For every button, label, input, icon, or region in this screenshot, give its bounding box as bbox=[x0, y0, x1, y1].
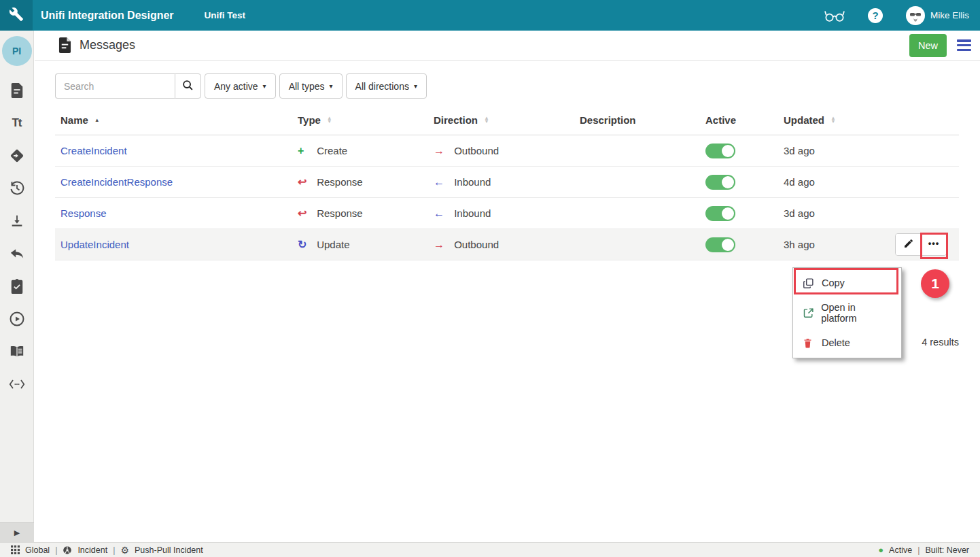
message-link[interactable]: Response bbox=[60, 207, 107, 219]
code-icon[interactable] bbox=[9, 376, 25, 392]
active-filter-dropdown[interactable]: Any active ▾ bbox=[205, 73, 276, 99]
copy-icon bbox=[803, 277, 822, 289]
active-toggle[interactable] bbox=[705, 206, 735, 221]
trash-icon bbox=[803, 337, 822, 349]
help-icon[interactable]: ? bbox=[868, 8, 883, 23]
column-header-active: Active bbox=[705, 114, 784, 126]
wrench-icon bbox=[9, 7, 24, 24]
messages-table: Name ▲ Type ▲▼ Direction ▲▼ Description … bbox=[55, 105, 959, 260]
direction-label: Inbound bbox=[454, 207, 491, 219]
column-header-description: Description bbox=[580, 114, 705, 126]
play-icon[interactable] bbox=[9, 311, 25, 327]
gear-icon: ⚙ bbox=[120, 545, 129, 556]
message-link[interactable]: CreateIncidentResponse bbox=[60, 176, 173, 188]
column-header-name[interactable]: Name ▲ bbox=[55, 114, 298, 126]
user-name[interactable]: Mike Ellis bbox=[930, 10, 969, 20]
documentation-icon[interactable] bbox=[9, 343, 25, 360]
integration-label[interactable]: Push-Pull Incident bbox=[135, 545, 203, 555]
response-icon: ↩ bbox=[298, 175, 314, 188]
messages-page-icon bbox=[58, 37, 71, 53]
search-input[interactable] bbox=[55, 73, 175, 99]
menu-item-open-in-platform[interactable]: Open in platform bbox=[793, 298, 901, 328]
outbound-arrow-icon: → bbox=[434, 239, 451, 251]
active-toggle[interactable] bbox=[705, 237, 735, 252]
message-link[interactable]: CreateIncident bbox=[60, 145, 127, 156]
menu-item-copy[interactable]: Copy bbox=[793, 268, 901, 298]
menu-item-delete[interactable]: Delete bbox=[793, 328, 901, 358]
chevron-down-icon: ▾ bbox=[263, 82, 266, 90]
search-button[interactable] bbox=[175, 73, 201, 99]
inbound-arrow-icon: ← bbox=[434, 176, 451, 188]
outbound-arrow-icon: → bbox=[434, 145, 451, 157]
download-icon[interactable] bbox=[9, 213, 25, 229]
built-label: Built: Never bbox=[925, 545, 969, 555]
pencil-icon bbox=[903, 238, 914, 251]
table-row: CreateIncident + Create → Outbound 3d ag… bbox=[55, 135, 959, 167]
active-toggle[interactable] bbox=[705, 175, 735, 190]
direction-label: Outbound bbox=[454, 145, 499, 156]
updated-cell: 4d ago bbox=[784, 176, 869, 188]
response-icon: ↩ bbox=[298, 207, 314, 220]
open-in-new-icon bbox=[803, 307, 821, 319]
message-link[interactable]: UpdateIncident bbox=[60, 239, 129, 250]
page-header: Messages New bbox=[35, 31, 980, 61]
create-icon: + bbox=[298, 145, 314, 157]
type-label: Response bbox=[317, 176, 363, 188]
update-icon: ↻ bbox=[298, 238, 314, 251]
sort-icon: ▲▼ bbox=[327, 117, 332, 123]
column-header-type[interactable]: Type ▲▼ bbox=[298, 114, 434, 126]
chevron-down-icon: ▾ bbox=[330, 82, 333, 90]
tasks-icon[interactable] bbox=[9, 278, 25, 294]
scope-label[interactable]: Global bbox=[25, 545, 50, 555]
menu-icon[interactable] bbox=[957, 39, 971, 51]
environment-label[interactable]: Unifi Test bbox=[205, 10, 246, 20]
application-label[interactable]: Incident bbox=[77, 545, 107, 555]
updated-cell: 3d ago bbox=[784, 145, 869, 156]
expand-arrow-icon: ▶ bbox=[14, 528, 20, 537]
type-filter-dropdown[interactable]: All types ▾ bbox=[279, 73, 343, 99]
main-content: Messages New Any active ▾ All types ▾ Al… bbox=[35, 31, 980, 542]
updated-cell: 3d ago bbox=[784, 207, 869, 219]
row-context-menu: Copy Open in platform Delete bbox=[792, 267, 902, 358]
table-row: Response ↩ Response ← Inbound 3d ago bbox=[55, 198, 959, 229]
column-header-direction[interactable]: Direction ▲▼ bbox=[434, 114, 580, 126]
top-bar: Unifi Integration Designer Unifi Test ? bbox=[0, 0, 980, 31]
application-icon bbox=[63, 545, 72, 555]
sort-icon: ▲▼ bbox=[484, 117, 489, 123]
new-button[interactable]: New bbox=[909, 34, 947, 57]
sort-icon: ▲▼ bbox=[830, 117, 835, 123]
user-avatar[interactable] bbox=[906, 6, 925, 25]
history-icon[interactable] bbox=[9, 180, 25, 197]
search-icon bbox=[182, 80, 194, 93]
direction-label: Outbound bbox=[454, 239, 499, 250]
grid-icon bbox=[11, 545, 20, 554]
active-toggle[interactable] bbox=[705, 144, 735, 158]
fields-icon[interactable]: Tt bbox=[9, 115, 25, 131]
active-status-dot: ● bbox=[878, 545, 883, 555]
app-logo[interactable] bbox=[0, 0, 33, 31]
ellipsis-icon: ••• bbox=[928, 238, 940, 248]
edit-button[interactable] bbox=[896, 234, 921, 255]
type-label: Create bbox=[317, 145, 347, 156]
app-title: Unifi Integration Designer bbox=[41, 10, 174, 22]
table-header-row: Name ▲ Type ▲▼ Direction ▲▼ Description … bbox=[55, 105, 959, 135]
preview-glasses-icon[interactable] bbox=[824, 8, 845, 23]
column-header-updated[interactable]: Updated ▲▼ bbox=[784, 114, 869, 126]
integration-avatar[interactable]: PI bbox=[2, 36, 32, 66]
reply-icon[interactable] bbox=[9, 246, 25, 262]
directions-icon[interactable] bbox=[9, 148, 25, 164]
direction-filter-dropdown[interactable]: All directions ▾ bbox=[346, 73, 427, 99]
chevron-down-icon: ▾ bbox=[414, 82, 417, 90]
filter-bar: Any active ▾ All types ▾ All directions … bbox=[55, 73, 427, 99]
results-count: 4 results bbox=[922, 337, 959, 348]
sort-asc-icon: ▲ bbox=[94, 119, 99, 122]
inbound-arrow-icon: ← bbox=[434, 207, 451, 220]
direction-label: Inbound bbox=[454, 176, 491, 188]
messages-icon[interactable] bbox=[9, 82, 25, 99]
updated-cell: 3h ago bbox=[784, 239, 869, 250]
status-bar: Global | Incident | ⚙ Push-Pull Incident… bbox=[0, 542, 980, 557]
sidebar-expand-button[interactable]: ▶ bbox=[0, 522, 34, 542]
type-label: Response bbox=[317, 207, 363, 219]
table-row: CreateIncidentResponse ↩ Response ← Inbo… bbox=[55, 167, 959, 198]
more-actions-button[interactable]: ••• bbox=[921, 234, 946, 255]
